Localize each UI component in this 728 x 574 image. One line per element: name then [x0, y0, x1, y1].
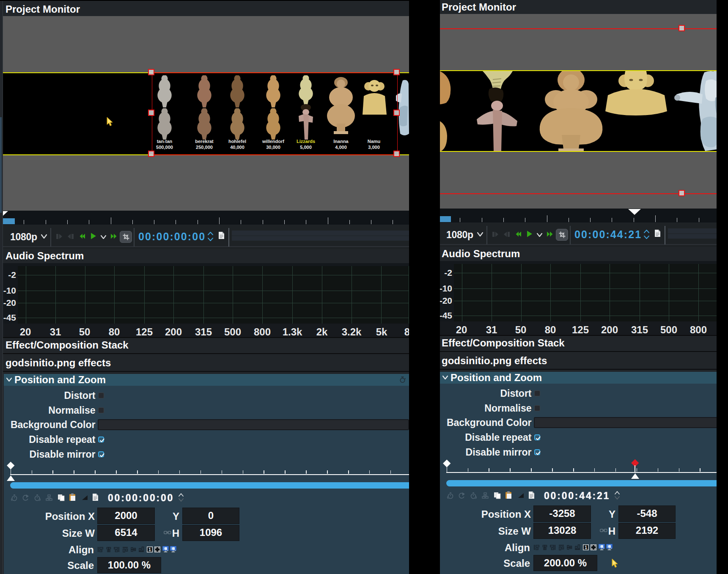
svg-text:1: 1	[148, 547, 151, 552]
svg-text:1: 1	[585, 545, 587, 550]
